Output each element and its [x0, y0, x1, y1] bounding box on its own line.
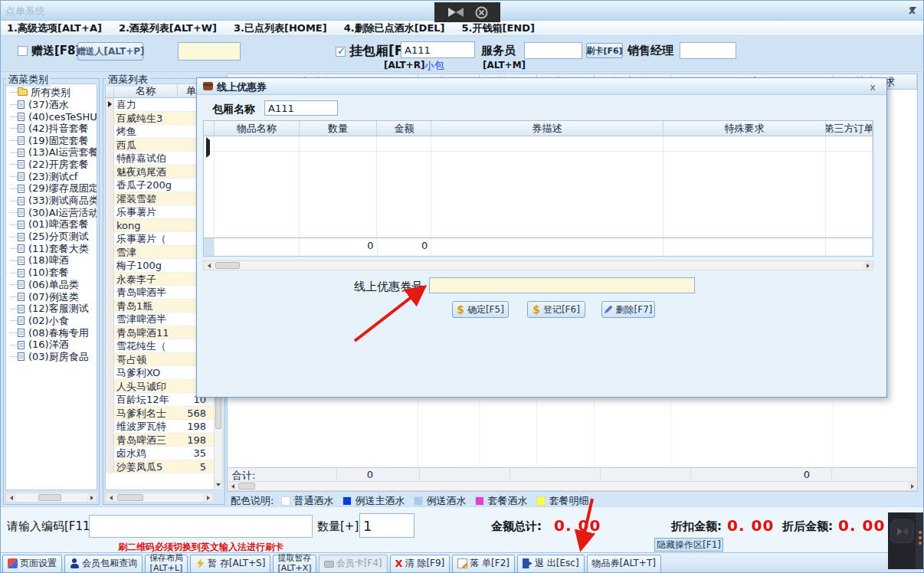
category-item[interactable]: (03)厨房食品 [6, 351, 97, 363]
window-title: 点单系统 [5, 5, 45, 18]
hide-panel-button[interactable]: 隐藏操作区[F1] [654, 538, 723, 552]
row-selector [106, 98, 114, 111]
taskbar-button-会员包厢查询[interactable]: 会员包厢查询 [64, 555, 143, 573]
doc-icon [18, 269, 25, 277]
category-item[interactable]: (40)cesTeSHU [6, 110, 97, 123]
category-item[interactable]: (11)套餐大类 [6, 243, 97, 255]
row-selector [106, 380, 114, 393]
scroll-thumb[interactable] [238, 483, 255, 490]
taskbar-button-暂存ALTS[interactable]: 暂 存[ALT+S] [190, 555, 270, 573]
category-item[interactable]: (10)套餐 [6, 267, 97, 279]
taskbar-button-退出Esc[interactable]: 退 出[Esc] [517, 555, 585, 573]
recorder-widget-icon[interactable] [890, 519, 914, 543]
category-item[interactable]: (08)春梅专用 [6, 327, 97, 339]
category-item[interactable]: (19)固定套餐 [6, 135, 97, 147]
taskbar-button-保存布局[interactable]: 保存布局[ALT+L] [145, 555, 188, 573]
gift-person-button[interactable]: 赠送人[ALT+P] [77, 42, 143, 61]
category-item[interactable]: (37)酒水 [6, 99, 97, 111]
gift-person-input[interactable] [178, 42, 241, 61]
recorder-menu-dots-icon[interactable] [919, 531, 922, 534]
swipe-card-button[interactable]: 刷卡[F6] [586, 43, 623, 58]
scroll-thumb[interactable] [117, 494, 143, 501]
quantity-input[interactable] [359, 513, 414, 538]
dollar-icon: $ [532, 303, 540, 316]
menu-item-2[interactable]: 2.酒菜列表[ALT+W] [119, 21, 217, 35]
category-item[interactable]: (25)分页测试 [6, 231, 97, 243]
category-tree: 所有类别(37)酒水(40)cesTeSHU(42)抖音套餐(19)固定套餐(1… [5, 83, 97, 490]
scroll-right-icon[interactable] [907, 482, 917, 490]
taskbar-button-label: 会员卡[F4] [336, 557, 382, 570]
coupon-column-header: 金额 [377, 121, 431, 136]
taskbar-button-提取暂存[interactable]: 提取暂存[ALT+X] [273, 555, 316, 573]
dish-row[interactable]: 沙姜凤瓜55 [106, 460, 215, 474]
dialog-close-icon[interactable]: x [870, 81, 876, 93]
delete-button[interactable]: 删除[F7] [601, 301, 655, 318]
category-item[interactable]: (33)测试商品类 [6, 195, 97, 207]
scroll-thumb[interactable] [38, 494, 61, 501]
category-item[interactable]: (22)开房套餐 [6, 159, 97, 171]
category-item[interactable]: (23)测试cf [6, 171, 97, 183]
category-item[interactable]: (18)啤酒 [6, 255, 97, 267]
row-selector [106, 339, 114, 352]
taskbar-button-物品券ALTT[interactable]: 物品券[ALT+T] [587, 555, 661, 573]
dish-row[interactable]: 青岛啤酒三198 [106, 434, 215, 447]
recorder-menu-dots-icon[interactable] [919, 536, 922, 539]
taskbar-button-会员卡F4[interactable]: 会员卡[F4] [319, 555, 388, 573]
tree-connector [10, 296, 17, 297]
menu-overflow-chevron-icon[interactable] [910, 7, 916, 11]
category-item[interactable]: (07)例送类 [6, 291, 97, 303]
scroll-down-icon[interactable] [215, 480, 222, 490]
menu-item-5[interactable]: 5.开钱箱[END] [462, 21, 535, 35]
coupon-grid-summary: 00 [204, 237, 873, 256]
category-item[interactable]: (12)客服测试 [6, 303, 97, 315]
taskbar-button-落单F2[interactable]: 落 单[F2] [452, 555, 515, 573]
scroll-right-icon[interactable] [863, 261, 873, 270]
recorder-close-icon[interactable] [475, 6, 488, 19]
scroll-right-icon[interactable] [203, 493, 213, 502]
category-item[interactable]: (02)小食 [6, 315, 97, 327]
category-item[interactable]: (16)洋酒 [6, 339, 97, 351]
menu-item-1[interactable]: 1.高级选项[ALT+A] [7, 21, 102, 35]
scroll-left-icon[interactable] [204, 261, 214, 270]
category-item[interactable]: (13)AI运营套餐 [6, 146, 97, 159]
room-checkbox[interactable] [336, 47, 346, 57]
dish-row[interactable]: 马爹利名士568 [106, 407, 215, 421]
recorder-menu-dots-icon[interactable] [919, 542, 922, 545]
tree-connector [10, 116, 17, 117]
dish-row[interactable]: 卤水鸡35 [106, 447, 215, 460]
menu-item-4[interactable]: 4.删除已点酒水[DEL] [344, 21, 445, 35]
member-room-query-icon [70, 558, 80, 568]
code-input[interactable] [89, 515, 313, 538]
scroll-thumb[interactable] [215, 262, 240, 269]
dish-row[interactable]: 维波罗瓦特198 [106, 420, 215, 434]
category-item[interactable]: (42)抖音套餐 [6, 123, 97, 135]
category-item[interactable]: 所有类别 [6, 87, 97, 99]
scroll-left-icon[interactable] [106, 493, 116, 502]
room-name-input[interactable] [401, 41, 475, 58]
waiter-input[interactable] [524, 42, 582, 59]
dialog-room-input[interactable] [264, 100, 338, 116]
category-item[interactable]: (01)啤酒套餐 [6, 219, 97, 231]
coupon-number-input[interactable] [429, 277, 695, 293]
register-button[interactable]: $登记[F6] [527, 301, 585, 318]
dish-name-cell: kong [114, 219, 178, 232]
scroll-right-icon[interactable] [87, 493, 97, 502]
category-item[interactable]: (29)缪存晟固定 [6, 183, 97, 195]
recorder-widget [888, 512, 924, 569]
scroll-left-icon[interactable] [6, 493, 16, 502]
confirm-button[interactable]: $确定[F5] [452, 301, 509, 318]
category-item[interactable]: (30)AI运营活动 [6, 207, 97, 219]
dish-name-cell: 青岛啤酒三 [114, 434, 178, 447]
row-selector [106, 246, 114, 259]
legend-swatch [342, 496, 352, 506]
category-panel: 酒菜类别 所有类别(37)酒水(40)cesTeSHU(42)抖音套餐(19)固… [3, 78, 100, 505]
recorder-flag-icon[interactable] [447, 7, 464, 18]
menu-item-3[interactable]: 3.已点列表[HOME] [234, 21, 327, 35]
taskbar-button-页面设置[interactable]: 页面设置 [2, 555, 62, 573]
taskbar-button-清除F9[interactable]: X清 除[F9] [390, 555, 451, 573]
scroll-left-icon[interactable] [228, 482, 238, 490]
sales-manager-input[interactable] [680, 42, 736, 59]
gift-checkbox[interactable] [18, 46, 28, 56]
category-item[interactable]: (06)单品类 [6, 279, 97, 291]
dish-name-cell: 青岛1瓶 [114, 300, 178, 313]
